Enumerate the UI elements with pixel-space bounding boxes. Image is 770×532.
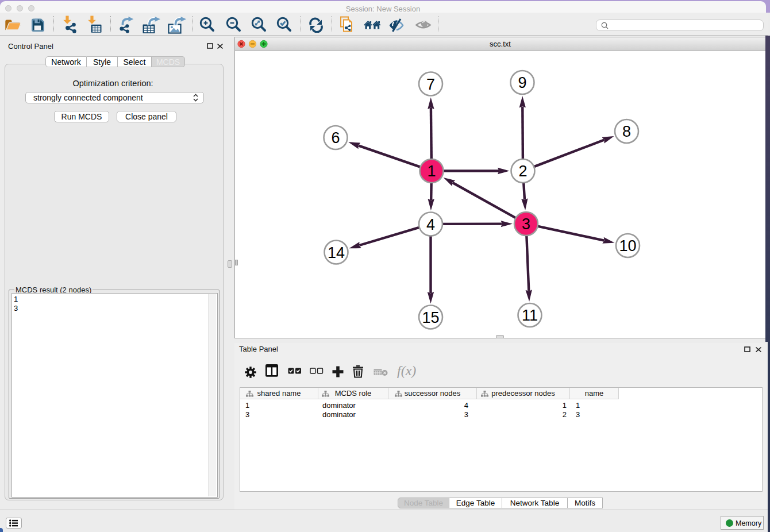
svg-text:15: 15 bbox=[422, 309, 439, 326]
svg-text:14: 14 bbox=[328, 244, 345, 261]
svg-text:7: 7 bbox=[426, 76, 435, 93]
svg-text:6: 6 bbox=[331, 129, 340, 147]
svg-text:2: 2 bbox=[518, 163, 527, 180]
svg-text:8: 8 bbox=[622, 123, 631, 140]
svg-text:3: 3 bbox=[522, 215, 530, 233]
svg-text:4: 4 bbox=[426, 216, 435, 233]
svg-text:9: 9 bbox=[518, 74, 526, 91]
svg-text:11: 11 bbox=[522, 307, 538, 324]
svg-text:10: 10 bbox=[619, 237, 636, 255]
svg-text:1: 1 bbox=[427, 163, 436, 180]
